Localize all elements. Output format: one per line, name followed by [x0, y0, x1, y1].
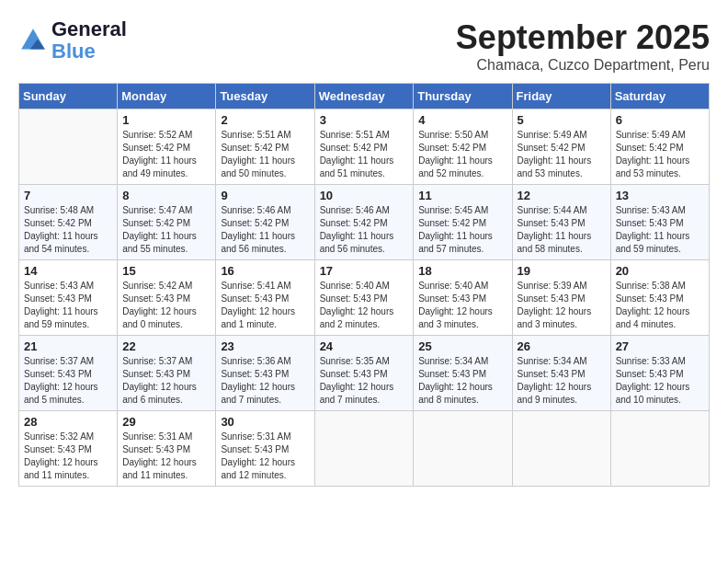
logo-blue: Blue — [51, 40, 96, 63]
day-number: 30 — [221, 415, 309, 429]
calendar-cell: 19Sunrise: 5:39 AM Sunset: 5:43 PM Dayli… — [512, 260, 610, 336]
title-block: September 2025 Chamaca, Cuzco Department… — [456, 18, 710, 74]
calendar-cell: 14Sunrise: 5:43 AM Sunset: 5:43 PM Dayli… — [19, 260, 118, 336]
location-subtitle: Chamaca, Cuzco Department, Peru — [456, 57, 710, 74]
calendar-cell: 1Sunrise: 5:52 AM Sunset: 5:42 PM Daylig… — [118, 109, 216, 185]
calendar-cell: 23Sunrise: 5:36 AM Sunset: 5:43 PM Dayli… — [216, 336, 314, 411]
day-info: Sunrise: 5:40 AM Sunset: 5:43 PM Dayligh… — [320, 280, 409, 331]
day-info: Sunrise: 5:31 AM Sunset: 5:43 PM Dayligh… — [221, 431, 309, 482]
calendar-cell: 29Sunrise: 5:31 AM Sunset: 5:43 PM Dayli… — [118, 411, 216, 487]
calendar-cell: 16Sunrise: 5:41 AM Sunset: 5:43 PM Dayli… — [216, 260, 314, 336]
calendar-cell: 12Sunrise: 5:44 AM Sunset: 5:43 PM Dayli… — [512, 185, 610, 260]
day-number: 11 — [418, 189, 506, 202]
calendar-cell: 28Sunrise: 5:32 AM Sunset: 5:43 PM Dayli… — [19, 411, 118, 487]
day-info: Sunrise: 5:37 AM Sunset: 5:43 PM Dayligh… — [24, 355, 112, 407]
calendar-cell: 10Sunrise: 5:46 AM Sunset: 5:42 PM Dayli… — [314, 185, 414, 260]
day-number: 12 — [518, 189, 606, 202]
day-number: 24 — [320, 339, 409, 353]
day-info: Sunrise: 5:32 AM Sunset: 5:43 PM Dayligh… — [24, 431, 112, 482]
day-info: Sunrise: 5:33 AM Sunset: 5:43 PM Dayligh… — [616, 355, 704, 407]
calendar-cell — [414, 411, 512, 487]
week-row-1: 1Sunrise: 5:52 AM Sunset: 5:42 PM Daylig… — [19, 109, 710, 185]
day-number: 6 — [616, 113, 704, 127]
day-info: Sunrise: 5:43 AM Sunset: 5:43 PM Dayligh… — [24, 280, 112, 331]
day-number: 22 — [122, 339, 210, 353]
calendar-cell: 11Sunrise: 5:45 AM Sunset: 5:42 PM Dayli… — [414, 185, 512, 260]
day-info: Sunrise: 5:41 AM Sunset: 5:43 PM Dayligh… — [221, 280, 309, 331]
calendar-cell — [19, 109, 118, 185]
calendar-cell: 18Sunrise: 5:40 AM Sunset: 5:43 PM Dayli… — [414, 260, 512, 336]
calendar-cell: 3Sunrise: 5:51 AM Sunset: 5:42 PM Daylig… — [314, 109, 414, 185]
calendar-cell: 22Sunrise: 5:37 AM Sunset: 5:43 PM Dayli… — [118, 336, 216, 411]
day-number: 9 — [221, 189, 309, 202]
day-info: Sunrise: 5:48 AM Sunset: 5:42 PM Dayligh… — [24, 204, 112, 256]
logo: General Blue — [18, 18, 127, 63]
day-number: 13 — [616, 189, 704, 202]
week-row-5: 28Sunrise: 5:32 AM Sunset: 5:43 PM Dayli… — [19, 411, 710, 487]
header-tuesday: Tuesday — [216, 84, 314, 109]
header-friday: Friday — [512, 84, 610, 109]
month-title: September 2025 — [456, 18, 710, 57]
calendar-cell: 7Sunrise: 5:48 AM Sunset: 5:42 PM Daylig… — [19, 185, 118, 260]
day-number: 10 — [320, 189, 409, 202]
day-info: Sunrise: 5:34 AM Sunset: 5:43 PM Dayligh… — [518, 355, 606, 407]
calendar-header-row: SundayMondayTuesdayWednesdayThursdayFrid… — [19, 84, 710, 109]
header-saturday: Saturday — [610, 84, 709, 109]
day-number: 1 — [122, 113, 210, 127]
calendar-cell: 25Sunrise: 5:34 AM Sunset: 5:43 PM Dayli… — [414, 336, 512, 411]
day-number: 3 — [320, 113, 409, 127]
day-number: 5 — [518, 113, 606, 127]
day-number: 16 — [221, 264, 309, 278]
calendar-cell: 20Sunrise: 5:38 AM Sunset: 5:43 PM Dayli… — [610, 260, 709, 336]
day-info: Sunrise: 5:43 AM Sunset: 5:43 PM Dayligh… — [616, 204, 704, 256]
day-number: 14 — [24, 264, 112, 278]
day-number: 29 — [122, 415, 210, 429]
day-info: Sunrise: 5:46 AM Sunset: 5:42 PM Dayligh… — [320, 204, 409, 256]
calendar-cell: 17Sunrise: 5:40 AM Sunset: 5:43 PM Dayli… — [314, 260, 414, 336]
day-info: Sunrise: 5:42 AM Sunset: 5:43 PM Dayligh… — [122, 280, 210, 331]
day-info: Sunrise: 5:37 AM Sunset: 5:43 PM Dayligh… — [122, 355, 210, 407]
calendar-cell: 6Sunrise: 5:49 AM Sunset: 5:42 PM Daylig… — [610, 109, 709, 185]
day-number: 25 — [418, 339, 506, 353]
day-info: Sunrise: 5:47 AM Sunset: 5:42 PM Dayligh… — [122, 204, 210, 256]
day-info: Sunrise: 5:49 AM Sunset: 5:42 PM Dayligh… — [616, 129, 704, 180]
calendar-cell: 24Sunrise: 5:35 AM Sunset: 5:43 PM Dayli… — [314, 336, 414, 411]
calendar-table: SundayMondayTuesdayWednesdayThursdayFrid… — [18, 83, 710, 487]
calendar-cell: 9Sunrise: 5:46 AM Sunset: 5:42 PM Daylig… — [216, 185, 314, 260]
day-number: 17 — [320, 264, 409, 278]
day-info: Sunrise: 5:31 AM Sunset: 5:43 PM Dayligh… — [122, 431, 210, 482]
header-sunday: Sunday — [19, 84, 118, 109]
day-number: 21 — [24, 339, 112, 353]
day-info: Sunrise: 5:51 AM Sunset: 5:42 PM Dayligh… — [320, 129, 409, 180]
day-info: Sunrise: 5:35 AM Sunset: 5:43 PM Dayligh… — [320, 355, 409, 407]
day-number: 26 — [518, 339, 606, 353]
calendar-cell — [610, 411, 709, 487]
day-number: 7 — [24, 189, 112, 202]
day-info: Sunrise: 5:45 AM Sunset: 5:42 PM Dayligh… — [418, 204, 506, 256]
day-number: 23 — [221, 339, 309, 353]
calendar-cell — [314, 411, 414, 487]
day-number: 20 — [616, 264, 704, 278]
calendar-cell: 30Sunrise: 5:31 AM Sunset: 5:43 PM Dayli… — [216, 411, 314, 487]
week-row-3: 14Sunrise: 5:43 AM Sunset: 5:43 PM Dayli… — [19, 260, 710, 336]
header-thursday: Thursday — [414, 84, 512, 109]
day-number: 15 — [122, 264, 210, 278]
day-number: 8 — [122, 189, 210, 202]
calendar-cell — [512, 411, 610, 487]
calendar-cell: 8Sunrise: 5:47 AM Sunset: 5:42 PM Daylig… — [118, 185, 216, 260]
day-number: 19 — [518, 264, 606, 278]
logo-general: General — [51, 18, 127, 40]
day-number: 4 — [418, 113, 506, 127]
week-row-2: 7Sunrise: 5:48 AM Sunset: 5:42 PM Daylig… — [19, 185, 710, 260]
day-info: Sunrise: 5:39 AM Sunset: 5:43 PM Dayligh… — [518, 280, 606, 331]
day-number: 18 — [418, 264, 506, 278]
calendar-cell: 4Sunrise: 5:50 AM Sunset: 5:42 PM Daylig… — [414, 109, 512, 185]
calendar-cell: 15Sunrise: 5:42 AM Sunset: 5:43 PM Dayli… — [118, 260, 216, 336]
calendar-cell: 13Sunrise: 5:43 AM Sunset: 5:43 PM Dayli… — [610, 185, 709, 260]
week-row-4: 21Sunrise: 5:37 AM Sunset: 5:43 PM Dayli… — [19, 336, 710, 411]
day-info: Sunrise: 5:36 AM Sunset: 5:43 PM Dayligh… — [221, 355, 309, 407]
day-info: Sunrise: 5:44 AM Sunset: 5:43 PM Dayligh… — [518, 204, 606, 256]
calendar-cell: 2Sunrise: 5:51 AM Sunset: 5:42 PM Daylig… — [216, 109, 314, 185]
day-info: Sunrise: 5:52 AM Sunset: 5:42 PM Dayligh… — [122, 129, 210, 180]
day-number: 28 — [24, 415, 112, 429]
